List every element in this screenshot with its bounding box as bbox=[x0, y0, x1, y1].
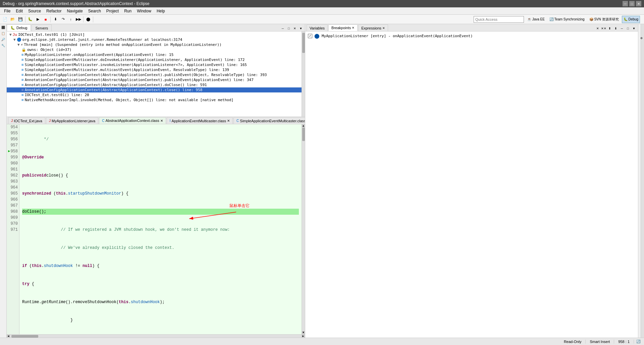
line-num-967: 967 bbox=[8, 203, 18, 209]
tree-item-stack-3[interactable]: ≡ SimpleApplicationEventMulticaster.invo… bbox=[7, 62, 305, 67]
perspective-team-sync[interactable]: 🔄 Team Synchronizing bbox=[548, 16, 586, 23]
code-content[interactable]: */ @Override public void close() { synch… bbox=[19, 124, 302, 334]
menu-navigate[interactable]: Navigate bbox=[64, 8, 85, 14]
tab-eventmulticaster-close[interactable]: ✕ bbox=[227, 119, 230, 123]
save-button[interactable]: 💾 bbox=[17, 16, 24, 23]
tree-item-stack-7[interactable]: ≡ AnnotationConfigApplicationContext(Abs… bbox=[7, 82, 305, 87]
tree-item-thread[interactable]: ▼ ⚡ Thread [main] (Suspended (entry into… bbox=[7, 42, 305, 47]
editor-hscrollbar[interactable]: ◄ ► bbox=[7, 334, 305, 338]
stop-button[interactable]: ■ bbox=[42, 16, 49, 23]
menu-refactor[interactable]: Refactor bbox=[44, 8, 64, 14]
menu-run[interactable]: Run bbox=[121, 8, 134, 14]
annotation-text: 鼠标单击它 bbox=[229, 203, 250, 209]
left-bar-btn-2[interactable]: 📋 bbox=[1, 31, 6, 36]
status-sync-btn[interactable]: 🔄 bbox=[635, 339, 641, 345]
stack-icon-1: ≡ bbox=[21, 53, 24, 57]
code-line-954: */ bbox=[22, 136, 299, 142]
bp-import-btn[interactable]: ⬇ bbox=[613, 26, 619, 31]
quick-access-input[interactable] bbox=[474, 16, 524, 23]
perspective-debug[interactable]: 🐛 Debug bbox=[622, 16, 640, 23]
editor-vscrollbar[interactable]: ▲ ▼ bbox=[302, 124, 305, 334]
tab-variables[interactable]: Variables bbox=[307, 24, 328, 31]
bp-export-btn[interactable]: ⬆ bbox=[607, 26, 612, 31]
menu-file[interactable]: File bbox=[1, 8, 13, 14]
right-maximize-btn[interactable]: □ bbox=[625, 26, 631, 31]
debug-view-menu-btn[interactable]: ▼ bbox=[298, 26, 304, 31]
right-bar-btn-1[interactable]: ⚙ bbox=[639, 25, 644, 52]
tree-item-stack-4[interactable]: ≡ SimpleApplicationEventMulticaster.mult… bbox=[7, 67, 305, 72]
tree-stack-9-label: IOCTest_Ext.test01() line: 20 bbox=[25, 93, 89, 97]
debug-button[interactable]: 🐛 bbox=[26, 16, 34, 23]
tree-item-stack-9[interactable]: ≡ IOCTest_Ext.test01() line: 20 bbox=[7, 92, 305, 97]
tree-scroll-thumb[interactable] bbox=[302, 33, 305, 53]
debug-tree[interactable]: ▼ Ju IOCTest_Ext.test01 (1) [JUnit] ▼ 🔵 … bbox=[7, 31, 305, 117]
menu-search[interactable]: Search bbox=[86, 8, 104, 14]
gutter-arrow-958: ▶ bbox=[8, 148, 10, 154]
thread-expand-icon: ▼ bbox=[17, 43, 20, 47]
owns-icon: 🔒 bbox=[21, 48, 26, 52]
tab-breakpoints-close[interactable]: ✕ bbox=[352, 26, 355, 29]
tree-item-junit[interactable]: ▼ Ju IOCTest_Ext.test01 (1) [JUnit] bbox=[7, 32, 305, 37]
tab-eventmulticaster[interactable]: I ApplicationEventMulticaster.class ✕ bbox=[167, 117, 233, 124]
debug-close-btn[interactable]: ✕ bbox=[292, 26, 298, 31]
menu-source[interactable]: Source bbox=[25, 8, 44, 14]
resume-button[interactable]: ▶▶ bbox=[75, 16, 82, 23]
bp-remove-btn[interactable]: ✕ bbox=[595, 26, 600, 31]
left-bar-btn-4[interactable]: 🔧 bbox=[1, 43, 6, 48]
tree-item-stack-8[interactable]: ≡ AnnotationConfigApplicationContext(Abs… bbox=[7, 87, 305, 92]
menu-project[interactable]: Project bbox=[104, 8, 121, 14]
perspective-java-ee[interactable]: ☕ Java EE bbox=[526, 16, 546, 23]
maximize-button[interactable]: □ bbox=[629, 1, 635, 6]
run-button[interactable]: ▶ bbox=[34, 16, 42, 23]
step-over-button[interactable]: ↷ bbox=[59, 16, 67, 23]
tree-item-owns[interactable]: 🔒 owns: Object (id=37) bbox=[7, 47, 305, 52]
open-button[interactable]: 📂 bbox=[9, 16, 16, 23]
new-button[interactable]: 📄 bbox=[1, 16, 9, 23]
tab-expressions[interactable]: Expressions ✕ bbox=[358, 24, 388, 31]
minimize-button[interactable]: ─ bbox=[623, 1, 628, 6]
menu-window[interactable]: Window bbox=[134, 8, 154, 14]
breakpoint-checkbox[interactable]: ✓ bbox=[308, 34, 312, 38]
editor-scroll-thumb[interactable] bbox=[302, 128, 305, 141]
editor-scroll-up[interactable]: ▲ bbox=[302, 124, 305, 128]
perspective-svn[interactable]: 📦 SVN 资源库研究 bbox=[588, 16, 621, 23]
tree-item-stack-10[interactable]: ≡ NativeMethodAccessorImpl.invoke0(Metho… bbox=[7, 97, 305, 102]
tab-abstractcontext[interactable]: C AbstractApplicationContext.class ✕ bbox=[99, 117, 166, 124]
tree-item-stack-1[interactable]: ≡ MyApplicationListener.onApplicationEve… bbox=[7, 52, 305, 57]
close-button[interactable]: ✕ bbox=[636, 1, 641, 6]
tree-scrollbar[interactable] bbox=[302, 31, 305, 117]
line-numbers: 954 955 ▶ 956 957 ▶ 958 959 960 961 962 bbox=[7, 124, 19, 334]
editor-hscroll-thumb[interactable] bbox=[11, 335, 38, 338]
tree-item-stack-5[interactable]: ≡ AnnotationConfigApplicationContext(Abs… bbox=[7, 72, 305, 77]
breakpoint-button[interactable]: ⬤ bbox=[85, 16, 92, 23]
tab-simplemulticaster[interactable]: C SimpleApplicationEventMulticaster.clas… bbox=[233, 117, 305, 124]
editor-scroll-down[interactable]: ▼ bbox=[302, 331, 305, 334]
tab-mylistener[interactable]: J MyApplicationListener.java bbox=[46, 117, 98, 124]
right-view-menu-btn[interactable]: ▼ bbox=[631, 26, 637, 31]
right-minimize-btn[interactable]: ─ bbox=[619, 26, 625, 31]
tree-item-runner[interactable]: ▼ 🔵 org.eclipse.jdt.internal.junit.runne… bbox=[7, 37, 305, 42]
editor-hscroll-right[interactable]: ► bbox=[302, 335, 305, 338]
code-editor[interactable]: 954 955 ▶ 956 957 ▶ 958 959 960 961 962 bbox=[7, 124, 305, 334]
tree-item-stack-6[interactable]: ≡ AnnotationConfigApplicationContext(Abs… bbox=[7, 77, 305, 82]
tree-item-stack-2[interactable]: ≡ SimpleApplicationEventMulticaster.doIn… bbox=[7, 57, 305, 62]
line-num-965: 965 bbox=[8, 191, 18, 197]
debug-minimize-btn[interactable]: ─ bbox=[280, 26, 285, 31]
menu-edit[interactable]: Edit bbox=[13, 8, 25, 14]
tab-abstractcontext-close[interactable]: ✕ bbox=[160, 119, 163, 123]
left-bar-btn-3[interactable]: 🔎 bbox=[1, 37, 6, 42]
breakpoint-item[interactable]: ✓ ⬤ MyApplicationListener [entry] - onAp… bbox=[307, 33, 637, 39]
right-vscrollbar[interactable] bbox=[641, 24, 644, 338]
menu-help[interactable]: Help bbox=[154, 8, 168, 14]
tab-debug[interactable]: 🐛 Debug bbox=[7, 24, 31, 31]
tab-ioctest[interactable]: J IOCTest_Ext.java bbox=[8, 117, 45, 124]
step-return-button[interactable]: ↑ bbox=[67, 16, 74, 23]
debug-maximize-btn[interactable]: □ bbox=[286, 26, 291, 31]
tab-servers[interactable]: Servers bbox=[32, 24, 52, 31]
tab-breakpoints[interactable]: Breakpoints ✕ bbox=[328, 24, 358, 31]
step-into-button[interactable]: ⬇ bbox=[52, 16, 59, 23]
editor-hscroll-left[interactable]: ◄ bbox=[7, 335, 10, 338]
tab-expressions-close[interactable]: ✕ bbox=[382, 26, 385, 30]
left-bar-btn-1[interactable]: ⬛ bbox=[1, 25, 6, 30]
bp-remove-all-btn[interactable]: ✕✕ bbox=[601, 26, 606, 31]
